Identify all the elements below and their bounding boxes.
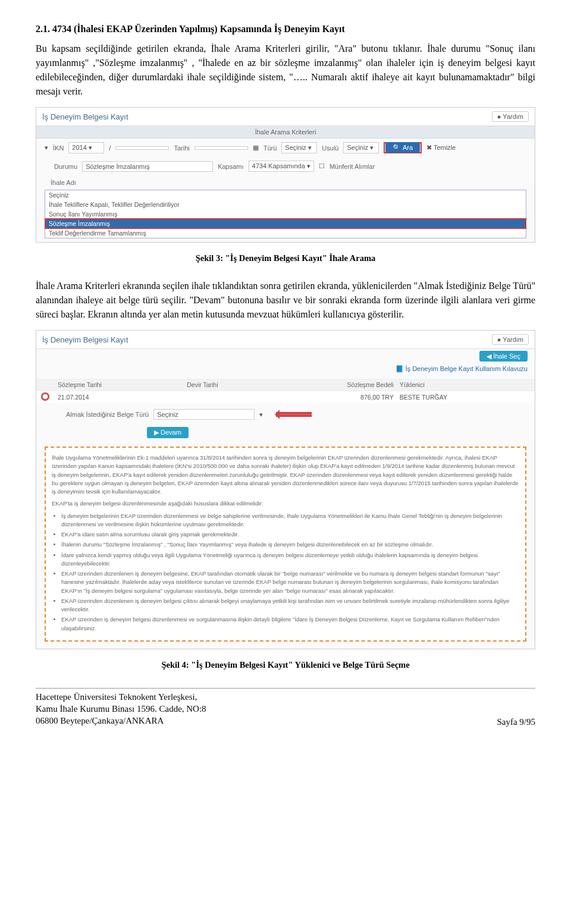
table-row[interactable]: 21.07.2014 876,00 TRY BESTE TURĞAY [36,391,535,403]
calendar-icon[interactable]: ▦ [253,144,259,152]
figure-1: İş Deneyim Belgesi Kayıt ● Yardım İhale … [36,107,535,243]
ikn-input[interactable] [115,146,169,150]
paragraph-2: İhale Arama Kriterleri ekranında seçilen… [36,279,535,322]
pointer-arrow [276,412,312,417]
list-item: EKAP'a idare satın alma sorumlusu olarak… [61,530,519,539]
panel-title-2: İş Deneyim Belgesi Kayıt [42,335,128,344]
search-button[interactable]: 🔍 Ara [385,142,420,153]
ihaleadi-label: İhale Adı [51,179,76,186]
ihale-sec-button[interactable]: ◀ İhale Seç [479,351,528,362]
list-item: EKAP üzerinden düzenlenen iş deneyim bel… [61,597,519,614]
col-devir-tarihi: Devir Tarihi [187,381,316,388]
help-button[interactable]: ● Yardım [492,111,529,122]
munferit-checkbox[interactable]: ☐ [319,162,325,170]
usulu-label: Usulü [322,144,338,152]
figure-2: İş Deneyim Belgesi Kayıt ● Yardım ◀ İhal… [36,330,535,649]
list-item: İdare yalnızca kendi yapmış olduğu veya … [61,551,519,568]
paragraph-1: Bu kapsam seçildiğinde getirilen ekranda… [36,42,535,99]
page-number: Sayfa 9/95 [497,717,535,727]
ikn-label: İKN [53,144,64,152]
manual-link[interactable]: 📘 İş Deneyim Belge Kayıt Kullanım Kılavu… [396,365,528,372]
col-sozlesme-tarihi: Sözleşme Tarihi [58,381,187,388]
regulation-notice: İhale Uygulama Yönetmeliklerinin Ek-1 ma… [45,447,526,642]
list-item: EKAP üzerinden iş deneyim belgesi düzenl… [61,615,519,633]
date-input[interactable] [194,146,248,150]
almak-label: Almak İstediğiniz Belge Türü [66,411,149,418]
kapsami-select[interactable]: 4734 Kapsamında ▾ [249,161,314,172]
list-item: İhalenin durumu "Sözleşme İmzalanmış" , … [61,540,519,549]
caption-2: Şekil 4: "İş Deneyim Belgesi Kayıt" Yükl… [36,660,535,670]
caption-1: Şekil 3: "İş Deneyim Belgesi Kayıt" İhal… [36,253,535,263]
page-footer: Hacettepe Üniversitesi Teknokent Yerleşk… [36,688,535,727]
year-select[interactable]: 2014 ▾ [68,142,104,153]
durumu-label: Durumu [54,163,77,170]
turu-select[interactable]: Seçiniz ▾ [281,142,317,153]
list-item: İş deneyim belgelerinin EKAP üzerinden d… [61,512,519,529]
criteria-band: İhale Arama Kriterleri [36,126,535,139]
clear-button[interactable]: ✖ Temizle [426,144,456,152]
tarihi-label: Tarihi [174,144,189,152]
col-yuklenici: Yüklenici [400,381,529,388]
row-radio[interactable] [42,394,48,400]
belge-turu-select[interactable]: Seçiniz [153,409,255,420]
devam-button[interactable]: ▶ Devam [147,427,189,438]
panel-title: İş Deneyim Belgesi Kayıt [42,112,128,121]
turu-label: Türü [263,144,277,152]
list-item: EKAP üzerinden düzenlenen iş deneyim bel… [61,570,519,595]
usulu-select[interactable]: Seçiniz ▾ [343,142,379,153]
section-heading: 2.1. 4734 (İhalesi EKAP Üzerinden Yapılm… [36,24,535,34]
durumu-select[interactable]: Sözleşme İmzalanmış [82,161,213,172]
help-button-2[interactable]: ● Yardım [492,334,529,345]
col-bedel: Sözleşme Bedeli [316,381,399,388]
status-dropdown[interactable]: Seçiniz İhale Tekliflere Kapalı, Teklifl… [45,190,526,238]
kapsami-label: Kapsamı [218,163,243,170]
